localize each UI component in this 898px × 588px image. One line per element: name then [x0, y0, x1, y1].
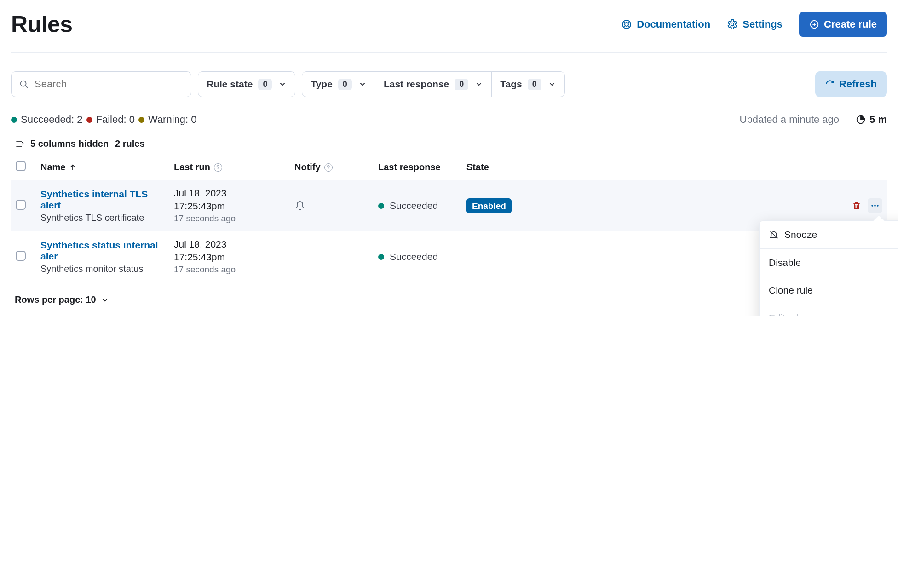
- response-text: Succeeded: [390, 200, 438, 211]
- row-checkbox[interactable]: [16, 251, 26, 261]
- svg-line-3: [628, 22, 630, 23]
- run-date: Jul 18, 2023: [174, 239, 285, 250]
- clock-icon: [856, 115, 866, 125]
- search-box[interactable]: [11, 71, 191, 97]
- filter-type-count: 0: [338, 79, 352, 90]
- search-input[interactable]: [34, 78, 184, 91]
- filter-tags-label: Tags: [500, 79, 522, 90]
- status-dot-icon: [378, 203, 384, 209]
- filter-group: Type 0 Last response 0 Tags 0: [302, 71, 564, 97]
- row-checkbox[interactable]: [16, 200, 26, 210]
- filter-type[interactable]: Type 0: [302, 71, 375, 97]
- svg-line-5: [628, 26, 630, 28]
- menu-snooze[interactable]: Snooze: [760, 221, 898, 248]
- bell-icon[interactable]: [294, 199, 305, 210]
- sort-asc-icon: [69, 164, 76, 171]
- menu-snooze-label: Snooze: [784, 229, 817, 240]
- status-dot-failed-icon: [86, 117, 92, 123]
- status-row: Succeeded: 2 Failed: 0 Warning: 0 Update…: [11, 114, 887, 126]
- refresh-label: Refresh: [839, 78, 877, 90]
- chevron-down-icon: [101, 296, 109, 304]
- search-icon: [19, 79, 29, 89]
- table-row[interactable]: Synthetics status internal alerSynthetic…: [11, 231, 887, 282]
- svg-rect-19: [872, 205, 873, 206]
- column-last-run-header[interactable]: Last run ?: [174, 162, 222, 173]
- menu-edit-label: Edit rule: [769, 312, 804, 316]
- rule-name-link[interactable]: Synthetics status internal aler: [40, 240, 165, 262]
- column-last-run-label: Last run: [174, 162, 210, 173]
- delete-row-button[interactable]: [849, 198, 864, 213]
- columns-icon[interactable]: [15, 139, 24, 149]
- more-actions-button[interactable]: [868, 198, 882, 213]
- filter-type-label: Type: [311, 79, 332, 90]
- svg-line-2: [624, 22, 626, 23]
- status-succeeded: Succeeded: 2: [21, 114, 83, 126]
- column-name-label: Name: [40, 162, 65, 173]
- rows-per-page-label: Rows per page: 10: [15, 294, 96, 305]
- last-response: Succeeded: [378, 200, 438, 211]
- menu-disable-label: Disable: [769, 257, 801, 268]
- filter-rule-state-count: 0: [258, 79, 272, 90]
- filter-rule-state[interactable]: Rule state 0: [198, 71, 295, 97]
- settings-label: Settings: [743, 18, 783, 30]
- svg-point-1: [625, 23, 628, 26]
- table-row[interactable]: Synthetics internal TLS alertSynthetics …: [11, 180, 887, 231]
- filter-last-response-count: 0: [455, 79, 468, 90]
- svg-rect-20: [874, 205, 875, 206]
- gear-icon: [727, 19, 738, 30]
- rule-subtitle: Synthetics TLS certificate: [40, 213, 165, 223]
- menu-clone[interactable]: Clone rule: [760, 277, 898, 304]
- run-date: Jul 18, 2023: [174, 188, 285, 199]
- rows-per-page[interactable]: Rows per page: 10: [11, 294, 109, 305]
- filter-rule-state-label: Rule state: [207, 79, 253, 90]
- bell-off-icon: [769, 230, 779, 240]
- column-state-header[interactable]: State: [466, 162, 489, 172]
- svg-line-4: [624, 26, 626, 28]
- chevron-down-icon: [278, 80, 287, 88]
- refresh-icon: [825, 80, 835, 89]
- column-notify-label: Notify: [294, 162, 321, 173]
- rules-count: 2 rules: [115, 138, 144, 149]
- chevron-down-icon: [475, 80, 483, 88]
- menu-edit: Edit rule: [760, 304, 898, 316]
- controls-row: Rule state 0 Type 0 Last response 0 Tags…: [11, 71, 887, 97]
- lifebuoy-icon: [621, 19, 632, 30]
- column-last-response-header[interactable]: Last response: [378, 162, 441, 172]
- interval-selector[interactable]: 5 m: [856, 114, 887, 126]
- create-rule-label: Create rule: [824, 18, 877, 30]
- row-actions-popover: Snooze Disable Clone rule Edit rule Upda…: [759, 220, 898, 316]
- documentation-link[interactable]: Documentation: [621, 18, 710, 30]
- info-icon: ?: [324, 163, 333, 172]
- svg-point-6: [731, 23, 734, 26]
- status-dot-warning-icon: [138, 117, 144, 123]
- menu-clone-label: Clone rule: [769, 285, 813, 296]
- refresh-button[interactable]: Refresh: [815, 71, 887, 97]
- rule-name-link[interactable]: Synthetics internal TLS alert: [40, 189, 165, 211]
- column-notify-header[interactable]: Notify ?: [294, 162, 333, 173]
- status-warning: Warning: 0: [148, 114, 197, 126]
- svg-line-11: [25, 86, 28, 88]
- updated-label: Updated a minute ago: [740, 114, 840, 126]
- select-all-checkbox[interactable]: [16, 161, 26, 171]
- status-right: Updated a minute ago 5 m: [740, 114, 887, 126]
- menu-disable[interactable]: Disable: [760, 249, 898, 277]
- page-title: Rules: [11, 11, 73, 38]
- plus-circle-icon: [809, 19, 819, 29]
- rule-subtitle: Synthetics monitor status: [40, 264, 165, 274]
- columns-hidden[interactable]: 5 columns hidden: [30, 138, 109, 149]
- settings-link[interactable]: Settings: [727, 18, 783, 30]
- column-name-header[interactable]: Name: [40, 162, 76, 173]
- last-response: Succeeded: [378, 251, 438, 262]
- row-actions: [827, 198, 882, 213]
- interval-label: 5 m: [869, 114, 887, 126]
- header-actions: Documentation Settings Create rule: [621, 12, 887, 37]
- svg-rect-21: [877, 205, 878, 206]
- filter-tags[interactable]: Tags 0: [491, 71, 564, 97]
- filter-last-response[interactable]: Last response 0: [375, 71, 492, 97]
- run-time: 17:25:43pm: [174, 201, 285, 212]
- status-dot-icon: [378, 254, 384, 260]
- response-text: Succeeded: [390, 251, 438, 262]
- run-ago: 17 seconds ago: [174, 213, 285, 224]
- documentation-label: Documentation: [637, 18, 710, 30]
- create-rule-button[interactable]: Create rule: [799, 12, 887, 37]
